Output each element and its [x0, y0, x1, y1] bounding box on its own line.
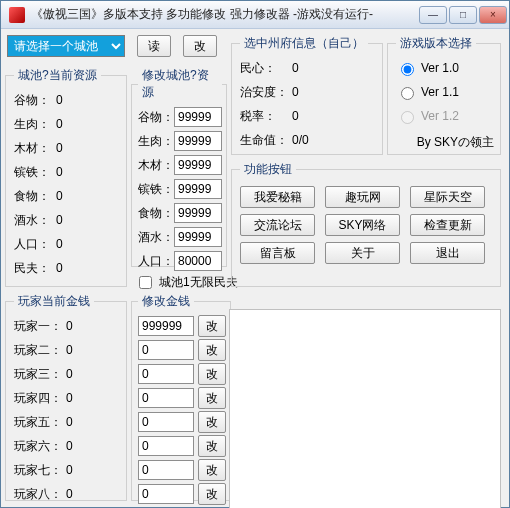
version-option[interactable]: Ver 1.1 — [396, 82, 494, 102]
grain-input[interactable] — [174, 107, 222, 127]
money-input-7[interactable] — [138, 460, 194, 480]
label: 镔铁： — [14, 164, 56, 181]
label: 酒水： — [14, 212, 56, 229]
player-money-current-legend: 玩家当前金钱 — [14, 293, 94, 310]
value: 0 — [66, 343, 73, 357]
func-btn-about[interactable]: 关于 — [325, 242, 400, 264]
value: 0 — [66, 391, 73, 405]
label: 谷物： — [138, 109, 174, 126]
label: 税率： — [240, 108, 292, 125]
top-controls: 请选择一个城池 读 改 — [7, 35, 217, 57]
func-btn-guestbook[interactable]: 留言板 — [240, 242, 315, 264]
money-input-5[interactable] — [138, 412, 194, 432]
player-money-edit-legend: 修改金钱 — [138, 293, 194, 310]
label: 玩家八： — [14, 486, 66, 503]
money-input-3[interactable] — [138, 364, 194, 384]
pop-input[interactable] — [174, 251, 222, 271]
food-input[interactable] — [174, 203, 222, 223]
edit-resources-legend: 修改城池?资源 — [138, 67, 222, 101]
maximize-button[interactable]: □ — [449, 6, 477, 24]
func-btn-skynet[interactable]: SKY网络 — [325, 214, 400, 236]
label: 谷物： — [14, 92, 56, 109]
credit-text: By SKYの领主 — [417, 134, 494, 151]
value: 0 — [56, 141, 63, 155]
radio-ver11[interactable] — [401, 87, 414, 100]
value: 0 — [56, 189, 63, 203]
money-input-6[interactable] — [138, 436, 194, 456]
city-select[interactable]: 请选择一个城池 — [7, 35, 125, 57]
center-info-group: 选中州府信息（自己） 民心：0 治安度：0 税率：0 生命值：0/0 — [231, 35, 383, 155]
func-btn-secrets[interactable]: 我爱秘籍 — [240, 186, 315, 208]
money-apply-4[interactable]: 改 — [198, 387, 226, 409]
label: 人口： — [14, 236, 56, 253]
log-panel — [229, 309, 501, 508]
func-btn-exit[interactable]: 退出 — [410, 242, 485, 264]
client-area: 请选择一个城池 读 改 城池?当前资源 谷物：0 生肉：0 木材：0 镔铁：0 … — [1, 29, 509, 37]
money-input-8[interactable] — [138, 484, 194, 504]
label: 木材： — [138, 157, 174, 174]
func-legend: 功能按钮 — [240, 161, 296, 178]
meat-input[interactable] — [174, 131, 222, 151]
radio-ver10[interactable] — [401, 63, 414, 76]
write-button[interactable]: 改 — [183, 35, 217, 57]
value: 0 — [292, 85, 299, 99]
value: 0 — [56, 117, 63, 131]
money-input-4[interactable] — [138, 388, 194, 408]
label: 玩家七： — [14, 462, 66, 479]
func-btn-forum[interactable]: 交流论坛 — [240, 214, 315, 236]
label: 民心： — [240, 60, 292, 77]
infinite-villager-box[interactable] — [139, 276, 152, 289]
value: 0 — [66, 439, 73, 453]
value: 0 — [66, 367, 73, 381]
center-info-legend: 选中州府信息（自己） — [240, 35, 368, 52]
money-input-2[interactable] — [138, 340, 194, 360]
close-button[interactable]: × — [479, 6, 507, 24]
titlebar: 《傲视三国》多版本支持 多功能修改 强力修改器 -游戏没有运行- — □ × — [1, 1, 509, 29]
label: 镔铁： — [138, 181, 174, 198]
value: 0 — [66, 415, 73, 429]
value: 0 — [66, 487, 73, 501]
label: 玩家五： — [14, 414, 66, 431]
label: 酒水： — [138, 229, 174, 246]
label: 生肉： — [14, 116, 56, 133]
money-apply-6[interactable]: 改 — [198, 435, 226, 457]
label: 玩家二： — [14, 342, 66, 359]
infinite-villager-checkbox[interactable]: 城池1无限民夫 — [135, 272, 238, 292]
version-option[interactable]: Ver 1.0 — [396, 58, 494, 78]
label: 玩家一： — [14, 318, 66, 335]
money-apply-5[interactable]: 改 — [198, 411, 226, 433]
wine-input[interactable] — [174, 227, 222, 247]
value: 0 — [56, 213, 63, 227]
iron-input[interactable] — [174, 179, 222, 199]
value: 0 — [292, 61, 299, 75]
label: 玩家三： — [14, 366, 66, 383]
value: 0/0 — [292, 133, 309, 147]
money-apply-2[interactable]: 改 — [198, 339, 226, 361]
minimize-button[interactable]: — — [419, 6, 447, 24]
func-group: 功能按钮 我爱秘籍 趣玩网 星际天空 交流论坛 SKY网络 检查更新 留言板 关… — [231, 161, 501, 287]
label: 玩家六： — [14, 438, 66, 455]
value: 0 — [56, 237, 63, 251]
value: 0 — [66, 319, 73, 333]
label: 生命值： — [240, 132, 292, 149]
money-input-1[interactable] — [138, 316, 194, 336]
player-money-edit-group: 修改金钱 改 改 改 改 改 改 改 改 — [131, 293, 231, 501]
money-apply-1[interactable]: 改 — [198, 315, 226, 337]
money-apply-3[interactable]: 改 — [198, 363, 226, 385]
app-window: 《傲视三国》多版本支持 多功能修改 强力修改器 -游戏没有运行- — □ × 请… — [0, 0, 510, 508]
value: 0 — [56, 261, 63, 275]
label: 治安度： — [240, 84, 292, 101]
label: 玩家四： — [14, 390, 66, 407]
money-apply-7[interactable]: 改 — [198, 459, 226, 481]
version-option: Ver 1.2 — [396, 106, 494, 126]
version-group: 游戏版本选择 Ver 1.0 Ver 1.1 Ver 1.2 By SKYの领主 — [387, 35, 501, 155]
read-button[interactable]: 读 — [137, 35, 171, 57]
version-legend: 游戏版本选择 — [396, 35, 476, 52]
app-icon — [9, 7, 25, 23]
player-money-current-group: 玩家当前金钱 玩家一：0 玩家二：0 玩家三：0 玩家四：0 玩家五：0 玩家六… — [5, 293, 127, 501]
func-btn-starsky[interactable]: 星际天空 — [410, 186, 485, 208]
wood-input[interactable] — [174, 155, 222, 175]
money-apply-8[interactable]: 改 — [198, 483, 226, 505]
func-btn-update[interactable]: 检查更新 — [410, 214, 485, 236]
func-btn-quwan[interactable]: 趣玩网 — [325, 186, 400, 208]
